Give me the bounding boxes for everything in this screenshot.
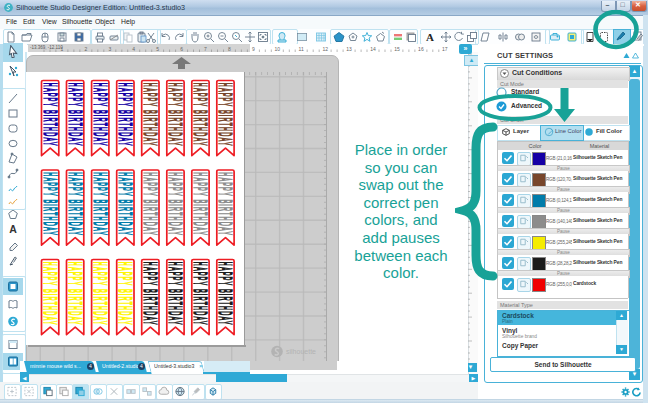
svg-text:HAPPY BIRTHDAY: HAPPY BIRTHDAY — [140, 83, 160, 147]
svg-text:HAPPY BIRTHDAY: HAPPY BIRTHDAY — [140, 262, 160, 326]
svg-text:HAPPY BIRTHDAY: HAPPY BIRTHDAY — [165, 83, 185, 147]
svg-text:HAPPY BIRTHDAY: HAPPY BIRTHDAY — [90, 172, 110, 236]
svg-text:HAPPY BIRTHDAY: HAPPY BIRTHDAY — [190, 172, 210, 236]
svg-text:HAPPY BIRTHDAY: HAPPY BIRTHDAY — [65, 83, 85, 147]
svg-text:HAPPY BIRTHDAY: HAPPY BIRTHDAY — [90, 262, 110, 326]
svg-text:HAPPY BIRTHDAY: HAPPY BIRTHDAY — [115, 172, 135, 236]
svg-text:HAPPY BIRTHDAY: HAPPY BIRTHDAY — [140, 172, 160, 236]
svg-text:HAPPY BIRTHDAY: HAPPY BIRTHDAY — [115, 262, 135, 326]
svg-text:HAPPY BIRTHDAY: HAPPY BIRTHDAY — [40, 262, 60, 326]
svg-text:HAPPY BIRTHDAY: HAPPY BIRTHDAY — [215, 83, 235, 147]
svg-text:HAPPY BIRTHDAY: HAPPY BIRTHDAY — [40, 83, 60, 147]
svg-text:HAPPY BIRTHDAY: HAPPY BIRTHDAY — [215, 262, 235, 326]
svg-text:HAPPY BIRTHDAY: HAPPY BIRTHDAY — [115, 83, 135, 147]
svg-text:HAPPY BIRTHDAY: HAPPY BIRTHDAY — [165, 172, 185, 236]
svg-text:HAPPY BIRTHDAY: HAPPY BIRTHDAY — [65, 262, 85, 326]
svg-text:HAPPY BIRTHDAY: HAPPY BIRTHDAY — [190, 262, 210, 326]
svg-text:HAPPY BIRTHDAY: HAPPY BIRTHDAY — [65, 172, 85, 236]
svg-text:HAPPY BIRTHDAY: HAPPY BIRTHDAY — [215, 172, 235, 236]
svg-text:HAPPY BIRTHDAY: HAPPY BIRTHDAY — [190, 83, 210, 147]
svg-text:HAPPY BIRTHDAY: HAPPY BIRTHDAY — [90, 83, 110, 147]
svg-text:HAPPY BIRTHDAY: HAPPY BIRTHDAY — [165, 262, 185, 326]
svg-text:HAPPY BIRTHDAY: HAPPY BIRTHDAY — [40, 172, 60, 236]
